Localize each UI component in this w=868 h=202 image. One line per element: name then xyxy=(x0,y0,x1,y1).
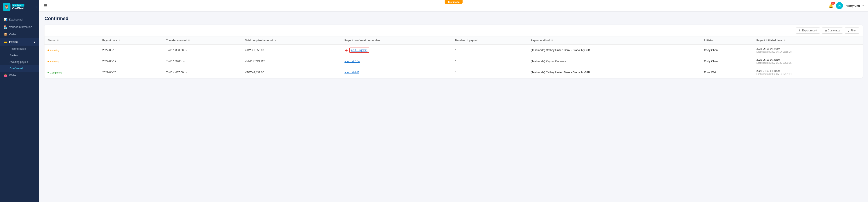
export-icon: ⬇ xyxy=(799,29,801,32)
payout-initiated-time-cell: 2022-04-18 14:41:59 Last updated 2022-05… xyxy=(753,67,863,78)
number-of-payout-cell: 1 xyxy=(452,45,528,56)
notification-button[interactable]: 🔔 61 xyxy=(829,3,833,8)
filter-button[interactable]: ▽ Filter xyxy=(845,28,859,34)
payout-confirmation-cell: acut....6i6HJ xyxy=(342,67,452,78)
total-recipient-amount-cell: ≈TWD 4,437.00 xyxy=(242,67,341,78)
red-arrow-icon: ➜ xyxy=(345,48,348,53)
sidebar-item-dashboard[interactable]: 📊 Dashboard xyxy=(0,16,39,23)
col-initiator: Initiator xyxy=(701,36,753,45)
table-header-row: Status ⇅ Payout date ⇅ Transfer amount ⇅ xyxy=(44,36,863,45)
status-dot-icon xyxy=(48,50,49,51)
sidebar-item-label: Vendor information xyxy=(9,26,32,29)
transfer-amount-cell: TWD 100.00 » xyxy=(163,56,242,67)
user-chevron-icon[interactable]: ▾ xyxy=(863,5,864,7)
expand-icon[interactable]: » xyxy=(185,49,187,52)
logo-chevron-icon[interactable]: ▾ xyxy=(35,6,37,8)
wallet-icon: 👛 xyxy=(3,74,7,77)
status-sort-icon[interactable]: ⇅ xyxy=(57,39,59,42)
test-mode-banner: Test mode xyxy=(445,0,463,4)
avatar: H xyxy=(836,2,843,9)
initiator-cell: Edna Wei xyxy=(701,67,753,78)
table-card: ⬇ Export report ⊞ Customize ▽ Filter Sta… xyxy=(44,25,863,78)
dashboard-icon: 📊 xyxy=(3,18,7,21)
status-dot-icon xyxy=(48,61,49,62)
confirmed-table: Status ⇅ Payout date ⇅ Transfer amount ⇅ xyxy=(44,36,863,78)
content: Confirmed ⬇ Export report ⊞ Customize ▽ … xyxy=(39,11,868,202)
platform-badge: Platform xyxy=(12,4,24,6)
sidebar-logo[interactable]: 🦉 Platform OwlNest ▾ xyxy=(0,0,39,14)
col-payout-initiated-time: Payout initiated time ⇅ xyxy=(753,36,863,45)
col-status: Status ⇅ xyxy=(44,36,99,45)
order-icon: 📦 xyxy=(3,33,7,36)
status-badge: Awaiting xyxy=(48,60,59,63)
export-report-button[interactable]: ⬇ Export report xyxy=(796,28,820,34)
confirmation-link[interactable]: acut....6i6HJ xyxy=(345,71,359,74)
payout-expand-icon: ▲ xyxy=(34,41,36,43)
payout-initiated-time-cell: 2022-05-17 16:33:10 Last updated 2022-05… xyxy=(753,56,863,67)
transfer-amount-cell: TWD 4,437.00 » xyxy=(163,67,242,78)
confirmed-label: Confirmed xyxy=(9,67,23,70)
customize-button[interactable]: ⊞ Customize xyxy=(822,28,843,34)
confirmation-link[interactable]: acut....4b18o xyxy=(345,60,360,63)
sidebar-item-label: Dashboard xyxy=(9,18,23,21)
sidebar-nav: 📊 Dashboard 🏪 Vendor information 📦 Order… xyxy=(0,14,39,202)
number-of-payout-cell: 1 xyxy=(452,67,528,78)
expand-icon[interactable]: » xyxy=(183,60,185,63)
sidebar-item-vendor-information[interactable]: 🏪 Vendor information xyxy=(0,23,39,31)
col-transfer-amount: Transfer amount ⇅ xyxy=(163,36,242,45)
table-row: Completed 2022-04-20 TWD 4,437.00 » ≈TWD… xyxy=(44,67,863,78)
payout-date-sort-icon[interactable]: ⇅ xyxy=(118,39,120,42)
status-dot-icon xyxy=(48,72,49,73)
customize-icon: ⊞ xyxy=(825,29,827,32)
sidebar-item-confirmed[interactable]: Confirmed xyxy=(0,65,39,72)
initiated-time-sort-icon[interactable]: ⇅ xyxy=(783,39,785,42)
status-cell: Awaiting xyxy=(44,56,99,67)
expand-icon[interactable]: » xyxy=(185,71,187,74)
vendor-icon: 🏪 xyxy=(3,25,7,29)
reconciliation-label: Reconciliation xyxy=(9,47,26,50)
logo-name: OwlNest xyxy=(12,6,24,10)
sidebar-item-wallet[interactable]: 👛 Wallet xyxy=(0,72,39,79)
status-cell: Awaiting xyxy=(44,45,99,56)
status-badge: Awaiting xyxy=(48,49,59,52)
hamburger-icon[interactable]: ☰ xyxy=(43,3,47,8)
payout-confirmation-cell: acut....4b18o xyxy=(342,56,452,67)
page-title: Confirmed xyxy=(44,16,863,21)
sidebar-item-label: Wallet xyxy=(9,74,17,77)
initiator-cell: Cody Chen xyxy=(701,45,753,56)
payout-method-cell: (Test mode) Cathay United Bank - Global … xyxy=(528,45,701,56)
logo-icon: 🦉 xyxy=(3,3,10,11)
main-area: ☰ Test mode 🔔 61 H Henry Chu ▾ Confirmed… xyxy=(39,0,868,202)
transfer-amount-cell: TWD 1,850.00 » xyxy=(163,45,242,56)
topbar: ☰ Test mode 🔔 61 H Henry Chu ▾ xyxy=(39,0,868,11)
filter-icon: ▽ xyxy=(847,29,849,32)
col-number-of-payout: Number of payout xyxy=(452,36,528,45)
sidebar-item-awaiting-payout[interactable]: Awaiting payout xyxy=(0,59,39,65)
confirmation-link[interactable]: acut....kqmSK xyxy=(349,48,369,53)
sidebar-item-label: Order xyxy=(9,33,16,36)
sidebar-item-order[interactable]: 📦 Order xyxy=(0,31,39,38)
payout-confirmation-cell: ➜ acut....kqmSK xyxy=(342,45,452,56)
table-row: Awaiting 2022-05-18 TWD 1,850.00 » ≈TWD … xyxy=(44,45,863,56)
payout-date-cell: 2022-05-18 xyxy=(99,45,163,56)
sidebar-item-reconciliation[interactable]: Reconciliation xyxy=(0,46,39,52)
transfer-amount-sort-icon[interactable]: ⇅ xyxy=(188,39,190,42)
col-payout-confirmation-number: Payout confirmation number xyxy=(342,36,452,45)
sidebar-item-review[interactable]: Review xyxy=(0,52,39,59)
sidebar-item-payout[interactable]: 💳 Payout ▲ xyxy=(0,38,39,46)
payout-method-cell: (Test mode) Cathay United Bank - Global … xyxy=(528,67,701,78)
total-recipient-sort-icon[interactable]: ▼ xyxy=(274,39,276,42)
payout-method-sort-icon[interactable]: ⇅ xyxy=(551,39,553,42)
number-of-payout-cell: 1 xyxy=(452,56,528,67)
col-payout-method: Payout method ⇅ xyxy=(528,36,701,45)
table-row: Awaiting 2022-05-17 TWD 100.00 » ≈VND 7,… xyxy=(44,56,863,67)
sidebar-group-payout: 💳 Payout ▲ Reconciliation Review Awaitin… xyxy=(0,38,39,72)
payout-date-cell: 2022-04-20 xyxy=(99,67,163,78)
sidebar: 🦉 Platform OwlNest ▾ 📊 Dashboard 🏪 Vendo… xyxy=(0,0,39,202)
user-name[interactable]: Henry Chu xyxy=(845,4,860,7)
notification-badge: 61 xyxy=(831,2,835,5)
status-badge: Completed xyxy=(48,71,62,74)
payout-initiated-time-cell: 2022-05-17 16:34:59 Last updated 2022-05… xyxy=(753,45,863,56)
col-total-recipient-amount: Total recipient amount ▼ xyxy=(242,36,341,45)
sidebar-item-label: Payout xyxy=(9,40,18,44)
